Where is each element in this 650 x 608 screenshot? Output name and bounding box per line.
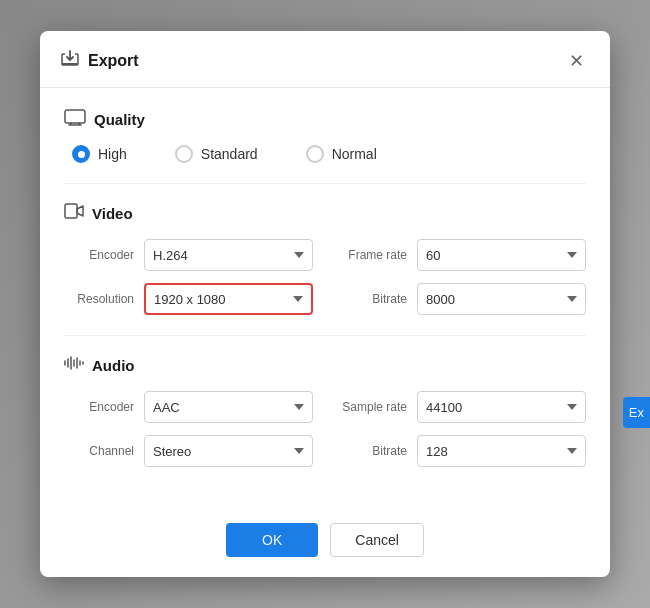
audio-encoder-label: Encoder [64, 400, 134, 414]
quality-standard-label: Standard [201, 146, 258, 162]
video-resolution-label: Resolution [64, 292, 134, 306]
quality-normal-radio[interactable] [306, 145, 324, 163]
svg-rect-2 [65, 204, 77, 218]
divider-1 [64, 183, 586, 184]
quality-normal-label: Normal [332, 146, 377, 162]
audio-bitrate-label: Bitrate [337, 444, 407, 458]
dialog-footer: OK Cancel [40, 507, 610, 577]
video-section: Video Encoder H.264 H.265 Frame rate [64, 202, 586, 315]
audio-title-row: Audio [64, 354, 586, 377]
quality-standard-radio[interactable] [175, 145, 193, 163]
video-framerate-row: Frame rate 60 30 24 [337, 239, 586, 271]
dialog-title-row: Export [60, 49, 139, 74]
quality-high-option[interactable]: High [72, 145, 127, 163]
audio-form-grid: Encoder AAC MP3 Sample rate 44100 48000 … [64, 391, 586, 467]
export-peek-button[interactable]: Ex [623, 397, 650, 428]
divider-2 [64, 335, 586, 336]
video-framerate-select[interactable]: 60 30 24 [417, 239, 586, 271]
video-icon [64, 202, 84, 225]
quality-title-row: Quality [64, 108, 586, 131]
video-encoder-row: Encoder H.264 H.265 [64, 239, 313, 271]
video-bitrate-select[interactable]: 8000 4000 16000 [417, 283, 586, 315]
audio-channel-select[interactable]: Stereo Mono [144, 435, 313, 467]
video-bitrate-row: Bitrate 8000 4000 16000 [337, 283, 586, 315]
audio-encoder-row: Encoder AAC MP3 [64, 391, 313, 423]
audio-bitrate-row: Bitrate 128 192 256 320 [337, 435, 586, 467]
close-button[interactable]: ✕ [562, 47, 590, 75]
video-resolution-row: Resolution 1920 x 1080 1280 x 720 3840 x… [64, 283, 313, 315]
dialog-title: Export [88, 52, 139, 70]
quality-options: High Standard Normal [64, 145, 586, 163]
video-framerate-label: Frame rate [337, 248, 407, 262]
quality-icon [64, 108, 86, 131]
quality-normal-option[interactable]: Normal [306, 145, 377, 163]
audio-encoder-select[interactable]: AAC MP3 [144, 391, 313, 423]
quality-high-label: High [98, 146, 127, 162]
video-encoder-label: Encoder [64, 248, 134, 262]
audio-samplerate-select[interactable]: 44100 48000 22050 [417, 391, 586, 423]
video-resolution-select[interactable]: 1920 x 1080 1280 x 720 3840 x 2160 [144, 283, 313, 315]
ok-button[interactable]: OK [226, 523, 318, 557]
audio-icon [64, 354, 84, 377]
dialog-header: Export ✕ [40, 31, 610, 88]
audio-channel-label: Channel [64, 444, 134, 458]
video-title-row: Video [64, 202, 586, 225]
audio-samplerate-label: Sample rate [337, 400, 407, 414]
export-dialog: Export ✕ Quality [40, 31, 610, 577]
export-icon [60, 49, 80, 74]
quality-high-radio[interactable] [72, 145, 90, 163]
dialog-body: Quality High Standard [40, 88, 610, 507]
video-bitrate-label: Bitrate [337, 292, 407, 306]
video-section-title: Video [92, 205, 133, 222]
video-form-grid: Encoder H.264 H.265 Frame rate 60 30 24 [64, 239, 586, 315]
audio-samplerate-row: Sample rate 44100 48000 22050 [337, 391, 586, 423]
svg-rect-1 [65, 110, 85, 123]
video-encoder-select[interactable]: H.264 H.265 [144, 239, 313, 271]
cancel-button[interactable]: Cancel [330, 523, 424, 557]
audio-channel-row: Channel Stereo Mono [64, 435, 313, 467]
quality-section-title: Quality [94, 111, 145, 128]
quality-standard-option[interactable]: Standard [175, 145, 258, 163]
audio-section: Audio Encoder AAC MP3 Sample rate [64, 354, 586, 467]
quality-section: Quality High Standard [64, 108, 586, 163]
audio-section-title: Audio [92, 357, 135, 374]
audio-bitrate-select[interactable]: 128 192 256 320 [417, 435, 586, 467]
